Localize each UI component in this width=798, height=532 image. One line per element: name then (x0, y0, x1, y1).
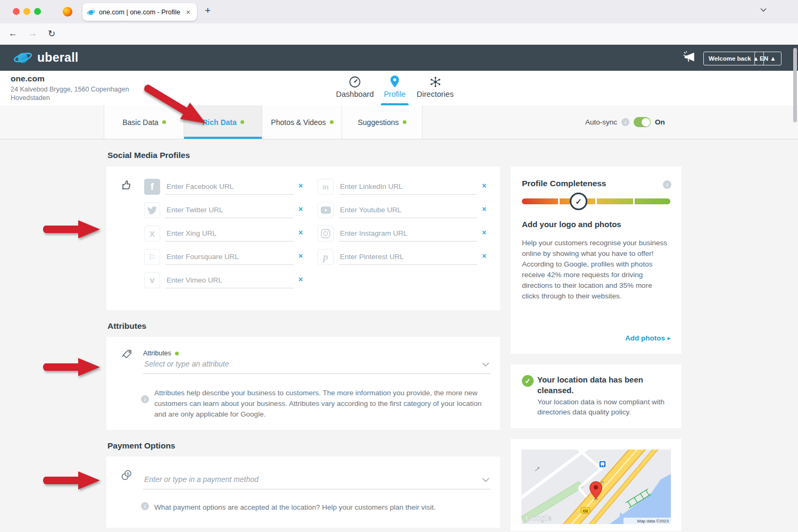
completeness-body: Help your customers recognise your busin… (522, 238, 671, 302)
tab-close-icon[interactable]: × (184, 7, 193, 17)
payment-select-input[interactable] (143, 475, 478, 488)
window-minimize-button[interactable] (23, 8, 30, 15)
remove-facebook-icon[interactable]: × (294, 181, 307, 195)
vimeo-url-input[interactable] (165, 276, 294, 288)
payment-select[interactable] (143, 475, 491, 489)
nav-item-profile[interactable]: Profile (373, 74, 416, 105)
firefox-icon (63, 7, 72, 16)
youtube-url-input[interactable] (339, 206, 477, 218)
attributes-help: i Attributes help describe your business… (141, 388, 495, 420)
remove-twitter-icon[interactable]: × (294, 205, 307, 218)
linkedin-url-input[interactable] (339, 182, 477, 194)
twitter-icon (144, 202, 160, 218)
brand-name: uberall (37, 51, 79, 65)
foursquare-icon: ⚐ (144, 249, 160, 265)
nav-item-directories[interactable]: Directories (411, 74, 460, 105)
remove-vimeo-icon[interactable]: × (294, 275, 307, 288)
completeness-subheading: Add your logo and photos (522, 220, 621, 229)
google-logo[interactable]: Google (526, 514, 551, 522)
twitter-url-input[interactable] (165, 206, 294, 218)
directories-network-icon (411, 74, 460, 88)
uberall-logo: uberall (13, 48, 79, 66)
social-row-vimeo: v × (144, 265, 307, 288)
chevron-down-icon[interactable] (478, 475, 491, 489)
completeness-progress-bar (522, 198, 670, 204)
back-button[interactable]: ← (9, 28, 18, 39)
remove-foursquare-icon[interactable]: × (294, 252, 307, 265)
status-dot (175, 352, 179, 355)
progress-segment (635, 198, 671, 204)
youtube-icon (318, 202, 334, 218)
screen: one.com | one.com - Profile × + ← → ↻ (0, 0, 798, 532)
autosync-label: Auto-sync (585, 118, 617, 126)
active-tab-underline (184, 137, 262, 139)
social-row-foursquare: ⚐ × (144, 242, 307, 265)
completeness-title: Profile Completeness (522, 179, 606, 188)
status-dot (403, 120, 406, 124)
forward-button[interactable]: → (28, 28, 37, 39)
remove-xing-icon[interactable]: × (294, 228, 307, 242)
thumbs-up-icon (120, 179, 133, 192)
social-row-twitter: × (144, 195, 307, 218)
autosync-toggle[interactable] (634, 117, 651, 127)
announcements-megaphone-icon[interactable] (683, 51, 698, 64)
reload-button[interactable]: ↻ (48, 28, 55, 39)
payment-section-heading: Payment Options (107, 441, 175, 451)
google-map[interactable]: O2 Google Map data ©2023 (521, 450, 671, 524)
location-address: 24 Kalvebod Brygge, 1560 Copenhagen Hove… (11, 85, 129, 102)
cleansed-title: Your location data has been cleansed. (537, 375, 668, 396)
payment-help: i What payment options are accepted at t… (141, 502, 495, 513)
profile-completeness-card: Profile Completeness i ✓ Add your logo a… (511, 167, 681, 354)
instagram-icon (318, 226, 334, 242)
annotation-arrow-payment (38, 469, 104, 494)
remove-pinterest-icon[interactable]: × (477, 252, 491, 265)
payment-coins-icon: $ (121, 469, 132, 481)
social-column-left: f × × X × ⚐ × v × (144, 171, 307, 288)
add-photos-link[interactable]: Add photos▸ (625, 334, 670, 342)
progress-segment (522, 198, 558, 204)
instagram-url-input[interactable] (339, 229, 477, 241)
browser-tab-strip: one.com | one.com - Profile × + (0, 0, 798, 24)
remove-youtube-icon[interactable]: × (477, 205, 491, 218)
xing-url-input[interactable] (165, 229, 294, 241)
route-badge: O2 (581, 508, 590, 513)
social-row-pinterest: p × (318, 242, 491, 265)
tab-photos-videos[interactable]: Photos & Videos (262, 105, 342, 139)
info-icon[interactable]: i (141, 395, 149, 403)
facebook-url-input[interactable] (165, 182, 294, 194)
attributes-select-input[interactable] (143, 360, 478, 373)
social-row-xing: X × (144, 218, 307, 242)
remove-linkedin-icon[interactable]: × (477, 181, 491, 195)
info-icon[interactable]: i (141, 502, 149, 510)
new-tab-button[interactable]: + (205, 5, 211, 16)
site-favicon (87, 8, 95, 16)
browser-tab[interactable]: one.com | one.com - Profile × (82, 3, 197, 21)
map-attribution: Map data ©2023 (637, 519, 669, 523)
remove-instagram-icon[interactable]: × (477, 228, 491, 242)
xing-icon: X (144, 226, 160, 242)
info-icon[interactable]: i (663, 180, 671, 189)
payment-card: $ i What payment options are accepted at… (106, 456, 500, 528)
facebook-icon: f (144, 179, 160, 195)
tab-title: one.com | one.com - Profile (99, 9, 184, 16)
status-dot (330, 120, 334, 124)
info-icon[interactable]: i (621, 118, 629, 126)
window-zoom-button[interactable] (34, 8, 41, 15)
social-row-youtube: × (318, 195, 491, 218)
foursquare-url-input[interactable] (165, 253, 294, 264)
chevron-down-icon[interactable] (478, 359, 491, 373)
linkedin-icon: in (318, 179, 334, 195)
tag-icon (121, 348, 133, 360)
tab-list-chevron-icon[interactable] (760, 7, 767, 12)
completeness-marker-check-icon: ✓ (570, 193, 587, 210)
profile-tab-bar: Basic Data Rich Data Photos & Videos Sug… (0, 105, 798, 139)
language-button[interactable]: EN ▲ (754, 52, 782, 65)
status-dot (240, 120, 244, 124)
pinterest-url-input[interactable] (339, 253, 477, 264)
tab-suggestions[interactable]: Suggestions (342, 105, 422, 139)
window-close-button[interactable] (13, 8, 20, 15)
attributes-field-label: Attributes (143, 350, 179, 357)
toggle-knob (642, 118, 650, 127)
attributes-select[interactable] (143, 359, 491, 374)
page-scrollbar[interactable] (793, 48, 797, 122)
